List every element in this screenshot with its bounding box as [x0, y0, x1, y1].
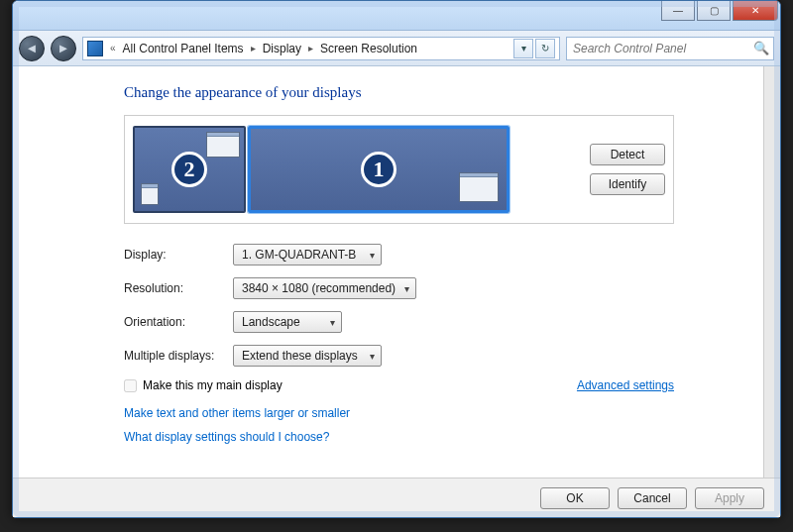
content-area: Change the appearance of your displays 2… — [13, 66, 780, 478]
search-input[interactable] — [571, 41, 753, 56]
display-help-link[interactable]: What display settings should I choose? — [124, 430, 674, 444]
orientation-label: Orientation: — [124, 315, 233, 329]
minimize-button[interactable]: — — [661, 1, 695, 21]
monitor-number: 1 — [361, 152, 396, 187]
orientation-dropdown[interactable]: Landscape — [233, 311, 342, 333]
screen-resolution-window: — ▢ ✕ ◄ ► « All Control Panel Items ▸ Di… — [12, 0, 781, 518]
vertical-scrollbar[interactable] — [763, 66, 780, 478]
breadcrumb-overflow-icon[interactable]: « — [107, 43, 119, 53]
nav-back-button[interactable]: ◄ — [19, 36, 45, 61]
display-dropdown[interactable]: 1. GM-QUADRANT-B — [233, 244, 382, 266]
chevron-right-icon: ▸ — [248, 43, 259, 53]
search-icon[interactable]: 🔍 — [753, 41, 769, 55]
text-size-link[interactable]: Make text and other items larger or smal… — [124, 406, 674, 420]
monitor-1[interactable]: 1 — [248, 126, 510, 213]
address-dropdown-button[interactable]: ▾ — [513, 39, 533, 58]
breadcrumb-item[interactable]: Display — [263, 42, 301, 55]
display-arrangement-box[interactable]: 2 1 Detect Identify — [124, 115, 674, 224]
maximize-button[interactable]: ▢ — [697, 1, 731, 21]
page-title: Change the appearance of your displays — [124, 84, 674, 101]
monitor-number: 2 — [171, 152, 207, 187]
ok-button[interactable]: OK — [540, 487, 610, 509]
make-main-display-label: Make this my main display — [143, 378, 283, 392]
multiple-displays-dropdown[interactable]: Extend these displays — [233, 345, 382, 367]
breadcrumb-item[interactable]: All Control Panel Items — [123, 42, 244, 55]
control-panel-icon — [87, 41, 103, 56]
chevron-right-icon: ▸ — [305, 43, 316, 53]
advanced-settings-link[interactable]: Advanced settings — [577, 378, 674, 392]
apply-button[interactable]: Apply — [695, 487, 764, 509]
window-thumbnail-icon — [459, 172, 499, 202]
main-pane: Change the appearance of your displays 2… — [13, 66, 763, 478]
breadcrumb-item[interactable]: Screen Resolution — [320, 42, 417, 55]
detect-button[interactable]: Detect — [590, 144, 665, 165]
breadcrumb[interactable]: « All Control Panel Items ▸ Display ▸ Sc… — [82, 37, 560, 60]
window-thumbnail-icon — [141, 183, 159, 205]
make-main-display-checkbox[interactable] — [124, 379, 137, 392]
resolution-label: Resolution: — [124, 281, 233, 295]
dialog-button-bar: OK Cancel Apply — [13, 478, 780, 517]
search-box[interactable]: 🔍 — [566, 37, 774, 60]
nav-forward-button[interactable]: ► — [51, 36, 76, 61]
monitor-layout[interactable]: 2 1 — [133, 126, 510, 213]
monitor-2[interactable]: 2 — [133, 126, 246, 213]
explorer-nav-bar: ◄ ► « All Control Panel Items ▸ Display … — [13, 31, 780, 66]
multiple-displays-label: Multiple displays: — [124, 349, 233, 363]
identify-button[interactable]: Identify — [590, 173, 665, 195]
window-titlebar: — ▢ ✕ — [13, 1, 780, 31]
resolution-dropdown[interactable]: 3840 × 1080 (recommended) — [233, 277, 416, 299]
display-label: Display: — [124, 248, 233, 262]
refresh-button[interactable]: ↻ — [535, 39, 555, 58]
cancel-button[interactable]: Cancel — [618, 487, 687, 509]
window-thumbnail-icon — [206, 132, 240, 158]
close-button[interactable]: ✕ — [733, 1, 778, 21]
